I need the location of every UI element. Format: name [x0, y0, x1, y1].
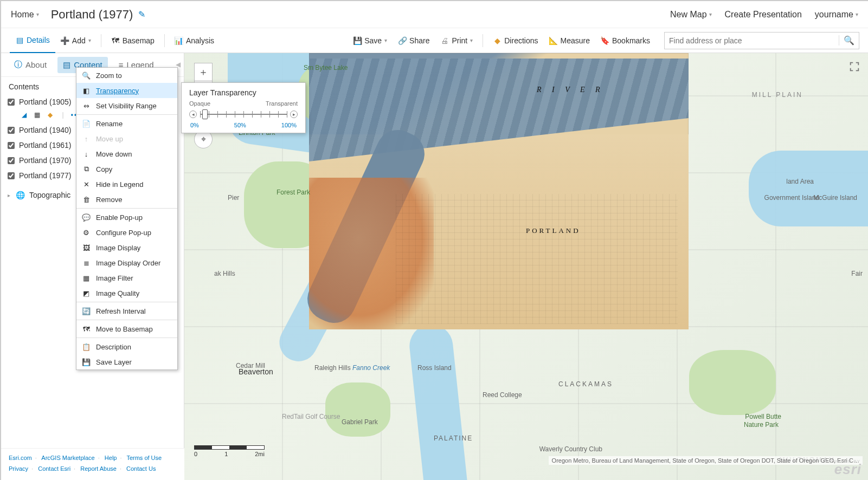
- map-text-label: Waverly Country Club: [539, 445, 602, 453]
- directions-button[interactable]: ◆ Directions: [487, 33, 543, 49]
- menu-item-imgdisplay[interactable]: 🖼Image Display: [76, 240, 177, 255]
- copy-icon: ⧉: [82, 165, 91, 173]
- menu-item-movebasemap[interactable]: 🗺Move to Basemap: [76, 321, 177, 336]
- details-button[interactable]: ▤ Details: [10, 28, 55, 53]
- chevron-down-icon: ▾: [470, 37, 473, 43]
- slider-increase-button[interactable]: ▸: [290, 111, 298, 118]
- opaque-label: Opaque: [189, 100, 210, 107]
- layer-checkbox[interactable]: [8, 142, 15, 149]
- zoom-in-button[interactable]: ＋: [194, 63, 213, 81]
- footer-link[interactable]: Contact Us: [126, 465, 156, 472]
- menu-item-configpopup[interactable]: ⚙Configure Pop-up: [76, 225, 177, 240]
- map-text-label: Fair: [851, 270, 863, 277]
- expand-caret-icon[interactable]: ▸: [8, 192, 10, 198]
- menu-item-imgorder[interactable]: ≣Image Display Order: [76, 255, 177, 270]
- transparency-popup: Layer Transparency Opaque Transparent ◂ …: [181, 82, 306, 133]
- slider-decrease-button[interactable]: ◂: [189, 111, 197, 118]
- footer-links: Esri.com· ArcGIS Marketplace· Help· Term…: [1, 448, 184, 480]
- home-label: Home: [11, 10, 34, 20]
- chevron-down-icon: ▾: [36, 11, 39, 17]
- menu-item-label: Save Layer: [96, 358, 132, 366]
- save-button[interactable]: 💾 Save ▾: [348, 33, 393, 49]
- menu-item-label: Enable Pop-up: [96, 213, 143, 222]
- menu-item-hidelegend[interactable]: ✕Hide in Legend: [76, 177, 177, 192]
- slider-handle[interactable]: [202, 109, 208, 119]
- layer-sep: |: [59, 111, 67, 119]
- basemap-button[interactable]: 🗺 Basemap: [106, 33, 160, 49]
- add-button[interactable]: ➕ Add ▾: [55, 33, 97, 49]
- menu-item-zoom[interactable]: 🔍Zoom to: [76, 68, 177, 83]
- home-menu[interactable]: Home ▾: [11, 10, 39, 20]
- search-icon[interactable]: 🔍: [839, 35, 854, 46]
- layer-checkbox[interactable]: [8, 157, 15, 164]
- map-text-label: Sm Bytee Lake: [304, 64, 348, 72]
- footer-link[interactable]: Help: [105, 455, 117, 461]
- menu-item-imgfilter[interactable]: ▦Image Filter: [76, 270, 177, 286]
- bookmarks-button[interactable]: 🔖 Bookmarks: [595, 33, 655, 49]
- layer-table-icon[interactable]: ▦: [33, 111, 41, 119]
- menu-item-label: Rename: [96, 120, 123, 128]
- tab-about[interactable]: ⓘ About: [9, 56, 52, 73]
- menu-item-movedown[interactable]: ↓Move down: [76, 146, 177, 161]
- menu-item-label: Image Quality: [96, 289, 139, 297]
- menu-item-transparency[interactable]: ◧Transparency: [76, 83, 177, 98]
- footer-link[interactable]: Privacy: [9, 465, 28, 472]
- menu-item-label: Hide in Legend: [96, 180, 143, 189]
- content-icon: ▤: [63, 60, 70, 70]
- menu-item-rename[interactable]: 📄Rename: [76, 116, 177, 131]
- slider-track[interactable]: [200, 109, 287, 120]
- directions-icon: ◆: [493, 36, 501, 45]
- menu-item-label: Set Visibility Range: [96, 102, 157, 110]
- imgquality-icon: ◩: [82, 289, 91, 297]
- esri-logo: esri: [834, 461, 861, 478]
- globe-icon: 🌐: [16, 191, 25, 199]
- fullscreen-button[interactable]: [848, 61, 860, 73]
- menu-item-savelayer[interactable]: 💾Save Layer: [76, 354, 177, 369]
- footer-link[interactable]: Esri.com: [9, 455, 32, 461]
- search-box[interactable]: 🔍: [664, 32, 859, 49]
- username-label: yourname: [815, 10, 853, 20]
- map-text-label: Reed College: [483, 391, 522, 399]
- layer-style-icon[interactable]: ◆: [46, 111, 54, 119]
- map-text-label: Nature Park: [744, 421, 779, 429]
- hist-river-label: R I V E R: [537, 86, 605, 94]
- pct-label: 50%: [234, 122, 246, 128]
- footer-link[interactable]: ArcGIS Marketplace: [41, 455, 94, 461]
- footer-link[interactable]: Report Abuse: [80, 465, 117, 472]
- print-button[interactable]: 🖨 Print ▾: [435, 33, 478, 49]
- layer-legend-icon[interactable]: ◢: [20, 111, 28, 119]
- menu-item-remove[interactable]: 🗑Remove: [76, 192, 177, 207]
- menu-item-description[interactable]: 📋Description: [76, 339, 177, 354]
- menu-item-visibility[interactable]: ⇔Set Visibility Range: [76, 98, 177, 113]
- menu-item-label: Copy: [96, 165, 112, 173]
- menu-item-enablepopup[interactable]: 💬Enable Pop-up: [76, 210, 177, 225]
- user-menu[interactable]: yourname ▾: [815, 10, 858, 20]
- menu-item-copy[interactable]: ⧉Copy: [76, 161, 177, 177]
- create-presentation-link[interactable]: Create Presentation: [725, 10, 802, 20]
- share-button[interactable]: 🔗 Share: [393, 33, 435, 49]
- measure-button[interactable]: 📐 Measure: [544, 33, 595, 49]
- edit-title-icon[interactable]: ✎: [138, 9, 145, 20]
- layer-checkbox[interactable]: [8, 172, 15, 179]
- layer-checkbox[interactable]: [8, 99, 15, 106]
- footer-link[interactable]: Terms of Use: [126, 455, 162, 461]
- scale-num: 1: [224, 451, 228, 457]
- search-input[interactable]: [669, 36, 839, 45]
- map-park: [325, 382, 390, 437]
- refresh-icon: 🔄: [82, 307, 91, 315]
- map-text-label: Forest Park: [277, 189, 310, 196]
- transparency-slider[interactable]: ◂ ▸: [189, 109, 298, 120]
- directions-label: Directions: [504, 36, 538, 45]
- measure-icon: 📐: [549, 36, 558, 45]
- print-label: Print: [452, 36, 467, 45]
- footer-link[interactable]: Contact Esri: [38, 465, 70, 472]
- menu-item-refresh[interactable]: 🔄Refresh Interval: [76, 303, 177, 319]
- menu-item-imgquality[interactable]: ◩Image Quality: [76, 286, 177, 301]
- bookmarks-label: Bookmarks: [612, 36, 650, 45]
- analysis-button[interactable]: 📊 Analysis: [169, 33, 220, 49]
- new-map-menu[interactable]: New Map ▾: [670, 10, 712, 20]
- chevron-down-icon: ▾: [384, 37, 387, 43]
- imgfilter-icon: ▦: [82, 274, 91, 282]
- layer-checkbox[interactable]: [8, 127, 15, 134]
- enablepopup-icon: 💬: [82, 213, 91, 222]
